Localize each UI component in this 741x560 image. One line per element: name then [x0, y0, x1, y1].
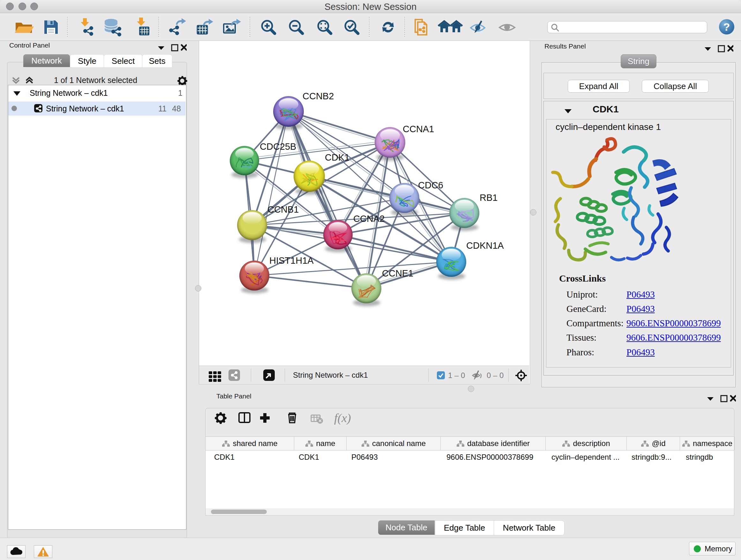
svg-text:CCNB1: CCNB1: [267, 204, 299, 214]
svg-text:CDK1: CDK1: [325, 152, 349, 163]
svg-text:CDC6: CDC6: [418, 180, 443, 190]
svg-text:CCNB2: CCNB2: [302, 91, 334, 101]
svg-text:RB1: RB1: [480, 192, 497, 203]
svg-text:f(x): f(x): [334, 411, 351, 425]
svg-text:CDKN1A: CDKN1A: [466, 240, 504, 251]
svg-text:HIST1H1A: HIST1H1A: [269, 255, 314, 266]
svg-text:CDC25B: CDC25B: [260, 141, 296, 152]
svg-text:CCNA2: CCNA2: [353, 213, 385, 224]
svg-text:CCNE1: CCNE1: [382, 268, 413, 278]
svg-text:CCNA1: CCNA1: [403, 124, 434, 134]
